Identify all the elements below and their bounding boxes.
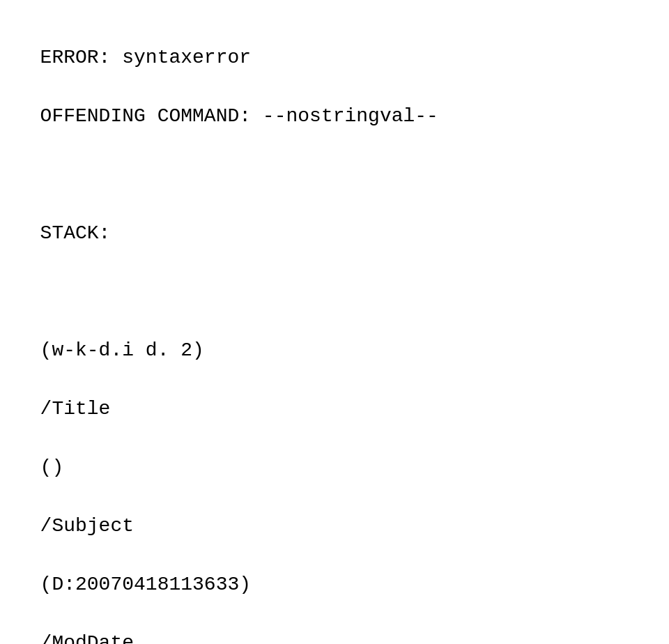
stack-item-2: /Title bbox=[40, 398, 111, 420]
offending-command-line: OFFENDING COMMAND: --nostringval-- bbox=[40, 105, 438, 127]
stack-label: STACK: bbox=[40, 222, 111, 244]
stack-item-6: /ModDate bbox=[40, 632, 134, 644]
error-line: ERROR: syntaxerror bbox=[40, 47, 251, 68]
error-output: ERROR: syntaxerror OFFENDING COMMAND: --… bbox=[17, 14, 652, 644]
stack-item-3: () bbox=[40, 457, 64, 478]
stack-item-4: /Subject bbox=[40, 515, 134, 537]
stack-item-5: (D:20070418113633) bbox=[40, 574, 251, 595]
stack-item-1: (w-k-d.i d. 2) bbox=[40, 339, 204, 361]
